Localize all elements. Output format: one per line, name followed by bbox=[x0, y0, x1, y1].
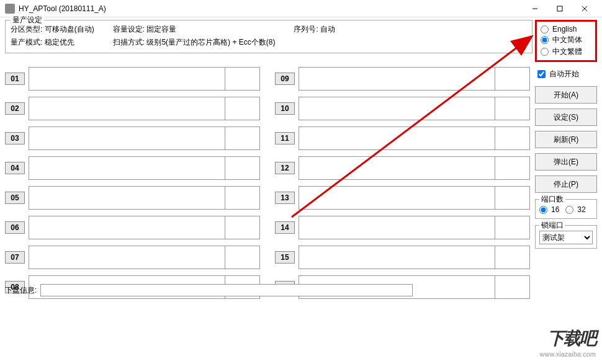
start-button[interactable]: 开始(A) bbox=[535, 86, 597, 104]
slot-display-12 bbox=[299, 156, 530, 180]
slot-display-14 bbox=[299, 216, 530, 239]
slot-num-10[interactable]: 10 bbox=[275, 102, 295, 115]
slot-row: 01 bbox=[5, 67, 260, 91]
lang-traditional[interactable]: 中文繁體 bbox=[541, 46, 591, 58]
slot-num-14[interactable]: 14 bbox=[275, 221, 295, 234]
lang-simplified[interactable]: 中文简体 bbox=[541, 34, 591, 46]
slot-num-09[interactable]: 09 bbox=[275, 73, 295, 85]
port-16[interactable]: 16 bbox=[539, 205, 559, 215]
slot-num-02[interactable]: 02 bbox=[5, 102, 25, 115]
minimize-button[interactable] bbox=[523, 1, 547, 17]
slot-display-01 bbox=[29, 67, 260, 91]
slot-num-01[interactable]: 01 bbox=[5, 73, 25, 85]
slot-num-15[interactable]: 15 bbox=[275, 251, 295, 264]
slot-row: 12 bbox=[275, 156, 530, 180]
slot-display-15 bbox=[299, 246, 530, 269]
slot-row: 15 bbox=[275, 246, 530, 269]
settings-legend: 量产设定 bbox=[11, 15, 44, 25]
slot-display-05 bbox=[29, 186, 260, 210]
lang-english[interactable]: English bbox=[541, 24, 591, 34]
port-32[interactable]: 32 bbox=[565, 205, 585, 215]
slot-display-03 bbox=[29, 127, 260, 150]
app-icon bbox=[5, 4, 15, 14]
setting-row: 分区类型: 可移动盘(自动) bbox=[11, 24, 94, 35]
slot-row: 05 bbox=[5, 186, 260, 210]
slot-display-06 bbox=[29, 216, 260, 239]
bottom-info-input[interactable] bbox=[40, 284, 413, 296]
stop-button[interactable]: 停止(P) bbox=[535, 175, 597, 193]
lock-port-group: 锁端口 测试架 bbox=[535, 225, 597, 249]
slot-row: 14 bbox=[275, 216, 530, 239]
slot-row: 10 bbox=[275, 97, 530, 120]
slot-num-03[interactable]: 03 bbox=[5, 132, 25, 144]
bottom-bar: 下盘信息: bbox=[5, 284, 597, 296]
slot-num-13[interactable]: 13 bbox=[275, 192, 295, 204]
slot-num-07[interactable]: 07 bbox=[5, 251, 25, 264]
eject-button[interactable]: 弹出(E) bbox=[535, 153, 597, 171]
slots-area: 0102030405060708 0910111213141516 bbox=[5, 67, 530, 299]
slot-row: 07 bbox=[5, 246, 260, 269]
lock-port-select[interactable]: 测试架 bbox=[539, 231, 593, 244]
slot-num-06[interactable]: 06 bbox=[5, 221, 25, 234]
setting-row: 序列号: 自动 bbox=[294, 24, 335, 35]
slot-num-12[interactable]: 12 bbox=[275, 162, 295, 174]
setting-row: 容量设定: 固定容量 bbox=[113, 24, 276, 35]
watermark: 下载吧 www.xiazaiba.com bbox=[540, 327, 596, 358]
port-count-group: 端口数 16 32 bbox=[535, 199, 597, 219]
refresh-button[interactable]: 刷新(R) bbox=[535, 131, 597, 148]
slot-display-10 bbox=[299, 97, 530, 120]
auto-start-checkbox[interactable]: 自动开始 bbox=[535, 67, 597, 81]
language-selector: English 中文简体 中文繁體 bbox=[535, 20, 597, 62]
slot-row: 06 bbox=[5, 216, 260, 239]
close-button[interactable] bbox=[572, 1, 597, 17]
slot-num-04[interactable]: 04 bbox=[5, 162, 25, 174]
slot-display-07 bbox=[29, 246, 260, 269]
slot-row: 13 bbox=[275, 186, 530, 210]
slot-num-11[interactable]: 11 bbox=[275, 132, 295, 144]
bottom-label: 下盘信息: bbox=[5, 285, 37, 296]
slot-num-05[interactable]: 05 bbox=[5, 192, 25, 204]
slot-display-09 bbox=[299, 67, 530, 91]
svg-rect-1 bbox=[557, 6, 562, 11]
slot-row: 09 bbox=[275, 67, 530, 91]
slot-row: 04 bbox=[5, 156, 260, 180]
setting-row: 扫描方式: 级别5(量产过的芯片高格) + Ecc个数(8) bbox=[113, 37, 276, 48]
window-controls bbox=[523, 1, 597, 17]
slot-row: 03 bbox=[5, 127, 260, 150]
slot-display-13 bbox=[299, 186, 530, 210]
settings-button[interactable]: 设定(S) bbox=[535, 109, 597, 126]
window-title: HY_APTool (20180111_A) bbox=[19, 4, 523, 13]
setting-row: 量产模式: 稳定优先 bbox=[11, 37, 94, 48]
slot-row: 02 bbox=[5, 97, 260, 120]
slot-display-11 bbox=[299, 127, 530, 150]
right-panel: 自动开始 开始(A) 设定(S) 刷新(R) 弹出(E) 停止(P) 端口数 1… bbox=[535, 67, 597, 299]
maximize-button[interactable] bbox=[547, 1, 572, 17]
settings-group: 量产设定 分区类型: 可移动盘(自动) 量产模式: 稳定优先 容量设定: 固定容… bbox=[5, 20, 532, 53]
titlebar: HY_APTool (20180111_A) bbox=[0, 0, 602, 17]
slot-row: 11 bbox=[275, 127, 530, 150]
slot-display-02 bbox=[29, 97, 260, 120]
slot-display-04 bbox=[29, 156, 260, 180]
